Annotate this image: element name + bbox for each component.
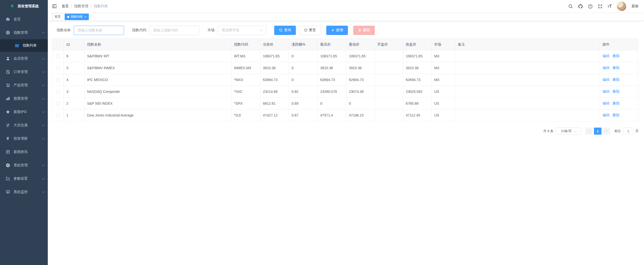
add-button-label: 新增 <box>336 28 343 32</box>
index-name-input[interactable] <box>74 26 124 35</box>
next-page-button[interactable] <box>603 128 610 135</box>
tag-home[interactable]: 首页 <box>52 14 63 20</box>
order-icon <box>6 70 10 74</box>
cell-high: 23280.578 <box>318 86 346 98</box>
font-size-icon[interactable]: TT <box>608 4 612 9</box>
cell-close: 106371.65 <box>403 50 432 62</box>
goto-page-input[interactable] <box>623 128 633 135</box>
table-row: 1 Dow Jones Industrial Average ^DJI 4742… <box>52 109 638 121</box>
cell-current: 106371.65 <box>260 50 289 62</box>
reset-button[interactable]: 重置 <box>299 26 321 35</box>
cell-high: 62694.73 <box>318 74 346 86</box>
delete-link[interactable]: 删除 <box>613 113 620 117</box>
page-number-1[interactable]: 1 <box>594 128 601 135</box>
col-market: 市场 <box>432 39 455 50</box>
breadcrumb-home[interactable]: 首页 <box>62 4 69 9</box>
cell-code: ^SPX <box>231 98 260 109</box>
delete-link[interactable]: 删除 <box>613 101 620 105</box>
chevron-down-icon <box>42 57 45 59</box>
select-all-checkbox[interactable] <box>56 43 60 47</box>
cell-market: US <box>432 109 455 121</box>
edit-link[interactable]: 编辑 <box>602 101 610 105</box>
cell-change: 0 <box>289 74 318 86</box>
breadcrumb-index-management[interactable]: 指数管理 <box>74 4 88 9</box>
cell-code: ^DJI <box>231 109 260 121</box>
chevron-left-icon <box>588 130 590 132</box>
row-checkbox[interactable] <box>56 90 60 94</box>
cell-code: ^MXX <box>231 74 260 86</box>
filter-form: 指数名称 指数代码 市场 请选择市场 查询 <box>57 25 640 35</box>
pagination: 共 6 条 10条/页 1 前往 页 <box>52 128 639 135</box>
cell-open <box>375 86 403 98</box>
row-checkbox[interactable] <box>56 66 60 70</box>
sidebar-item-home[interactable]: 首页 <box>0 13 48 26</box>
sidebar-item-stock-management[interactable]: 股票管理 <box>0 92 48 105</box>
index-code-input[interactable] <box>149 26 199 35</box>
cell-id: 2 <box>64 98 85 109</box>
edit-link[interactable]: 编辑 <box>602 113 610 117</box>
reset-button-label: 重置 <box>309 28 316 32</box>
sidebar-item-index-management[interactable]: 指数管理 <box>0 26 48 39</box>
table-row: 5 S&P/BMV INMEX INMEX.MX 3910.38 0 3910.… <box>52 62 638 74</box>
edit-link[interactable]: 编辑 <box>602 54 610 58</box>
delete-link[interactable]: 删除 <box>613 78 620 82</box>
help-icon[interactable] <box>588 4 593 9</box>
cell-change: 0.82 <box>289 86 318 98</box>
cell-remark <box>455 109 600 121</box>
sidebar-item-product-management[interactable]: 产品管理 <box>0 79 48 92</box>
github-icon[interactable] <box>578 4 583 9</box>
edit-link[interactable]: 编辑 <box>602 89 610 93</box>
fullscreen-icon[interactable] <box>598 4 602 9</box>
market-field-label: 市场 <box>208 28 215 32</box>
delete-link[interactable]: 删除 <box>613 66 620 70</box>
username[interactable]: 若依 <box>631 4 638 9</box>
sidebar-item-label: 大宗交易 <box>14 123 43 128</box>
add-button[interactable]: 新增 <box>326 26 348 35</box>
table-row: 6 S&P/BMV IRT IRT.MX 106371.65 0 106371.… <box>52 50 638 62</box>
delete-button-label: 删除 <box>363 28 370 32</box>
market-select[interactable]: 请选择市场 <box>218 26 266 35</box>
market-select-placeholder: 请选择市场 <box>222 28 239 32</box>
gear-icon <box>6 163 10 168</box>
col-remark: 备注 <box>455 39 600 50</box>
cell-id: 3 <box>64 86 85 98</box>
tag-index-list[interactable]: 指数列表 × <box>65 14 89 20</box>
filter-item-market: 市场 请选择市场 <box>208 26 266 35</box>
row-checkbox[interactable] <box>56 102 60 105</box>
page-size-select[interactable]: 10条/页 <box>556 128 581 135</box>
hamburger-icon[interactable] <box>52 4 57 9</box>
sidebar-item-news[interactable]: 新闻资讯 <box>0 145 48 159</box>
sidebar-item-system-monitor[interactable]: 系统监控 <box>0 185 48 199</box>
edit-link[interactable]: 编辑 <box>602 66 610 70</box>
sidebar-item-order-management[interactable]: 订单管理 <box>0 65 48 79</box>
chevron-down-icon <box>42 124 45 126</box>
cell-remark <box>455 74 600 86</box>
sidebar-item-system-management[interactable]: 系统管理 <box>0 159 48 172</box>
delete-link[interactable]: 删除 <box>613 89 620 93</box>
delete-button[interactable]: 删除 <box>353 26 375 35</box>
app-logo[interactable]: 若依管理系统 <box>0 0 48 13</box>
cell-low: 106371.65 <box>346 50 375 62</box>
search-button[interactable]: 查询 <box>274 26 296 35</box>
edit-link[interactable]: 编辑 <box>602 78 610 82</box>
row-checkbox[interactable] <box>56 55 60 58</box>
cell-operations: 编辑删除 <box>600 62 638 74</box>
sidebar-item-member-management[interactable]: 会员管理 <box>0 52 48 65</box>
cell-id: 6 <box>64 50 85 62</box>
search-icon[interactable] <box>568 4 573 9</box>
sidebar-item-ipo[interactable]: 新股IPO <box>0 105 48 119</box>
sidebar-item-block-trade[interactable]: 大宗交易 <box>0 119 48 132</box>
avatar[interactable] <box>617 2 626 11</box>
sidebar-item-parameter-settings[interactable]: 参数设置 <box>0 172 48 185</box>
sidebar-menu: 首页 指数管理 指数列表 <box>0 13 48 265</box>
sidebar-item-label: 首页 <box>14 17 44 22</box>
row-checkbox[interactable] <box>56 114 60 117</box>
cell-open <box>375 50 403 62</box>
sidebar-item-investment[interactable]: ¥ 投资理财 <box>0 132 48 145</box>
row-checkbox[interactable] <box>56 78 60 82</box>
sidebar-subitem-index-list[interactable]: 指数列表 <box>0 39 48 52</box>
prev-page-button[interactable] <box>585 128 593 135</box>
close-icon[interactable]: × <box>85 15 86 18</box>
delete-link[interactable]: 删除 <box>613 54 620 58</box>
cell-name: S&P 500 INDEX <box>85 98 231 109</box>
